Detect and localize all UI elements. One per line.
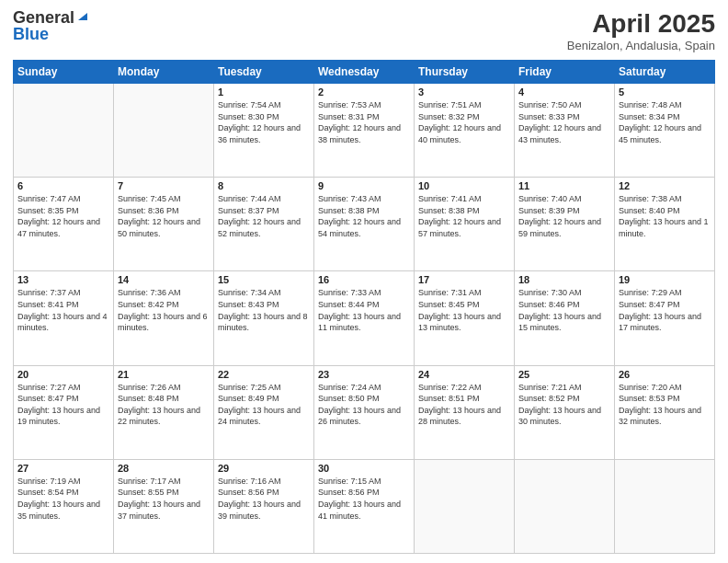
day-number: 20 — [17, 369, 109, 380]
logo-blue-text: Blue — [13, 26, 49, 42]
table-row: 4Sunrise: 7:50 AMSunset: 8:33 PMDaylight… — [515, 84, 615, 178]
table-row: 18Sunrise: 7:30 AMSunset: 8:46 PMDayligh… — [515, 271, 615, 365]
day-number: 9 — [318, 180, 410, 191]
table-row: 23Sunrise: 7:24 AMSunset: 8:50 PMDayligh… — [314, 365, 415, 459]
day-number: 23 — [318, 369, 410, 380]
table-row: 24Sunrise: 7:22 AMSunset: 8:51 PMDayligh… — [415, 365, 515, 459]
cell-info: Sunrise: 7:27 AMSunset: 8:47 PMDaylight:… — [17, 382, 109, 428]
col-saturday: Saturday — [615, 61, 715, 84]
cell-info: Sunrise: 7:29 AMSunset: 8:47 PMDaylight:… — [619, 287, 711, 333]
table-row — [415, 459, 515, 553]
table-row: 30Sunrise: 7:15 AMSunset: 8:56 PMDayligh… — [314, 459, 415, 553]
col-wednesday: Wednesday — [314, 61, 415, 84]
day-number: 17 — [418, 274, 510, 285]
col-monday: Monday — [114, 61, 214, 84]
location: Benizalon, Andalusia, Spain — [567, 39, 715, 52]
logo: General Blue — [13, 9, 89, 42]
table-row: 13Sunrise: 7:37 AMSunset: 8:41 PMDayligh… — [14, 271, 114, 365]
day-number: 25 — [518, 369, 610, 380]
table-row: 10Sunrise: 7:41 AMSunset: 8:38 PMDayligh… — [415, 178, 515, 271]
cell-info: Sunrise: 7:43 AMSunset: 8:38 PMDaylight:… — [318, 193, 410, 239]
page-container: General Blue April 2025 Benizalon, Andal… — [0, 0, 728, 563]
cell-info: Sunrise: 7:50 AMSunset: 8:33 PMDaylight:… — [518, 99, 610, 145]
day-number: 24 — [418, 369, 510, 380]
table-row — [14, 84, 114, 178]
day-number: 6 — [17, 180, 109, 191]
table-row: 6Sunrise: 7:47 AMSunset: 8:35 PMDaylight… — [14, 178, 114, 271]
cell-info: Sunrise: 7:44 AMSunset: 8:37 PMDaylight:… — [218, 193, 310, 239]
table-row — [515, 459, 615, 553]
table-row: 26Sunrise: 7:20 AMSunset: 8:53 PMDayligh… — [615, 365, 715, 459]
calendar-table: Sunday Monday Tuesday Wednesday Thursday… — [13, 60, 715, 554]
col-tuesday: Tuesday — [214, 61, 314, 84]
header: General Blue April 2025 Benizalon, Andal… — [13, 9, 715, 52]
cell-info: Sunrise: 7:34 AMSunset: 8:43 PMDaylight:… — [218, 287, 310, 333]
cell-info: Sunrise: 7:17 AMSunset: 8:55 PMDaylight:… — [118, 476, 210, 522]
day-number: 8 — [218, 180, 310, 191]
table-row: 5Sunrise: 7:48 AMSunset: 8:34 PMDaylight… — [615, 84, 715, 178]
table-row: 8Sunrise: 7:44 AMSunset: 8:37 PMDaylight… — [214, 178, 314, 271]
day-number: 19 — [619, 274, 711, 285]
cell-info: Sunrise: 7:47 AMSunset: 8:35 PMDaylight:… — [17, 193, 109, 239]
logo-general-text: General — [13, 9, 74, 26]
logo-arrow-icon — [76, 9, 89, 22]
cell-info: Sunrise: 7:54 AMSunset: 8:30 PMDaylight:… — [218, 99, 310, 145]
cell-info: Sunrise: 7:25 AMSunset: 8:49 PMDaylight:… — [218, 382, 310, 428]
cell-info: Sunrise: 7:33 AMSunset: 8:44 PMDaylight:… — [318, 287, 410, 333]
table-row: 12Sunrise: 7:38 AMSunset: 8:40 PMDayligh… — [615, 178, 715, 271]
day-number: 29 — [218, 463, 310, 474]
calendar-week-row: 6Sunrise: 7:47 AMSunset: 8:35 PMDaylight… — [14, 178, 715, 271]
day-number: 12 — [619, 180, 711, 191]
table-row: 16Sunrise: 7:33 AMSunset: 8:44 PMDayligh… — [314, 271, 415, 365]
table-row: 3Sunrise: 7:51 AMSunset: 8:32 PMDaylight… — [415, 84, 515, 178]
day-number: 30 — [318, 463, 410, 474]
day-number: 2 — [318, 86, 410, 98]
day-number: 26 — [619, 369, 711, 380]
day-number: 27 — [17, 463, 109, 474]
table-row: 19Sunrise: 7:29 AMSunset: 8:47 PMDayligh… — [615, 271, 715, 365]
cell-info: Sunrise: 7:19 AMSunset: 8:54 PMDaylight:… — [17, 476, 109, 522]
table-row: 27Sunrise: 7:19 AMSunset: 8:54 PMDayligh… — [14, 459, 114, 553]
cell-info: Sunrise: 7:53 AMSunset: 8:31 PMDaylight:… — [318, 99, 410, 145]
table-row: 14Sunrise: 7:36 AMSunset: 8:42 PMDayligh… — [114, 271, 214, 365]
table-row: 21Sunrise: 7:26 AMSunset: 8:48 PMDayligh… — [114, 365, 214, 459]
cell-info: Sunrise: 7:31 AMSunset: 8:45 PMDaylight:… — [418, 287, 510, 333]
calendar-week-row: 20Sunrise: 7:27 AMSunset: 8:47 PMDayligh… — [14, 365, 715, 459]
day-number: 13 — [17, 274, 109, 285]
cell-info: Sunrise: 7:20 AMSunset: 8:53 PMDaylight:… — [619, 382, 711, 428]
day-number: 14 — [118, 274, 210, 285]
table-row: 28Sunrise: 7:17 AMSunset: 8:55 PMDayligh… — [114, 459, 214, 553]
table-row: 7Sunrise: 7:45 AMSunset: 8:36 PMDaylight… — [114, 178, 214, 271]
table-row: 1Sunrise: 7:54 AMSunset: 8:30 PMDaylight… — [214, 84, 314, 178]
table-row: 25Sunrise: 7:21 AMSunset: 8:52 PMDayligh… — [515, 365, 615, 459]
cell-info: Sunrise: 7:41 AMSunset: 8:38 PMDaylight:… — [418, 193, 510, 239]
calendar-week-row: 13Sunrise: 7:37 AMSunset: 8:41 PMDayligh… — [14, 271, 715, 365]
cell-info: Sunrise: 7:21 AMSunset: 8:52 PMDaylight:… — [518, 382, 610, 428]
cell-info: Sunrise: 7:22 AMSunset: 8:51 PMDaylight:… — [418, 382, 510, 428]
calendar-header-row: Sunday Monday Tuesday Wednesday Thursday… — [14, 61, 715, 84]
day-number: 7 — [118, 180, 210, 191]
svg-marker-0 — [78, 13, 87, 20]
cell-info: Sunrise: 7:38 AMSunset: 8:40 PMDaylight:… — [619, 193, 711, 239]
day-number: 11 — [518, 180, 610, 191]
table-row: 22Sunrise: 7:25 AMSunset: 8:49 PMDayligh… — [214, 365, 314, 459]
calendar-week-row: 1Sunrise: 7:54 AMSunset: 8:30 PMDaylight… — [14, 84, 715, 178]
title-block: April 2025 Benizalon, Andalusia, Spain — [567, 9, 715, 52]
col-friday: Friday — [515, 61, 615, 84]
table-row: 9Sunrise: 7:43 AMSunset: 8:38 PMDaylight… — [314, 178, 415, 271]
cell-info: Sunrise: 7:15 AMSunset: 8:56 PMDaylight:… — [318, 476, 410, 522]
cell-info: Sunrise: 7:51 AMSunset: 8:32 PMDaylight:… — [418, 99, 510, 145]
table-row: 20Sunrise: 7:27 AMSunset: 8:47 PMDayligh… — [14, 365, 114, 459]
table-row: 2Sunrise: 7:53 AMSunset: 8:31 PMDaylight… — [314, 84, 415, 178]
calendar-week-row: 27Sunrise: 7:19 AMSunset: 8:54 PMDayligh… — [14, 459, 715, 553]
day-number: 22 — [218, 369, 310, 380]
cell-info: Sunrise: 7:30 AMSunset: 8:46 PMDaylight:… — [518, 287, 610, 333]
day-number: 1 — [218, 86, 310, 98]
cell-info: Sunrise: 7:36 AMSunset: 8:42 PMDaylight:… — [118, 287, 210, 333]
col-sunday: Sunday — [14, 61, 114, 84]
day-number: 15 — [218, 274, 310, 285]
cell-info: Sunrise: 7:48 AMSunset: 8:34 PMDaylight:… — [619, 99, 711, 145]
day-number: 18 — [518, 274, 610, 285]
table-row: 29Sunrise: 7:16 AMSunset: 8:56 PMDayligh… — [214, 459, 314, 553]
day-number: 3 — [418, 86, 510, 98]
